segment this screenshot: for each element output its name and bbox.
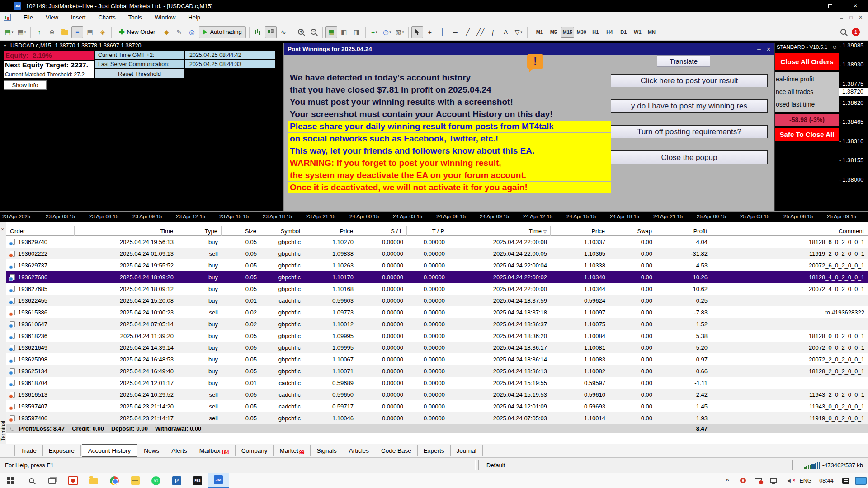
text-label-icon[interactable]: A: [500, 26, 512, 38]
table-row[interactable]: 1936297372025.04.24 19:55:52buy0.05gbpch…: [6, 259, 868, 271]
column-header-swap[interactable]: Swap: [609, 226, 656, 236]
column-header-order[interactable]: Order: [6, 226, 75, 236]
status-profile[interactable]: Default: [478, 460, 789, 470]
network-display-button[interactable]: [766, 473, 781, 488]
tab-code-base[interactable]: Code Base: [375, 445, 418, 456]
start-button[interactable]: [0, 473, 21, 488]
timeframe-h1[interactable]: H1: [589, 27, 602, 38]
menu-item-window[interactable]: Window: [148, 12, 182, 23]
column-header-t-p[interactable]: T / P: [407, 226, 448, 236]
scripts-icon[interactable]: ✎: [173, 26, 185, 38]
close-all-orders-button[interactable]: Close All Orders: [775, 53, 839, 70]
menu-item-file[interactable]: File: [17, 12, 39, 23]
tab-mailbox[interactable]: Mailbox184: [193, 445, 236, 456]
chart-shift-icon[interactable]: ◨: [351, 26, 363, 38]
tile-windows-icon[interactable]: ▦: [326, 26, 337, 38]
column-header-symbol[interactable]: Symbol: [260, 226, 304, 236]
column-header-comment[interactable]: Comment: [711, 226, 868, 236]
table-row[interactable]: 1936224552025.04.24 15:20:08buy0.01cadch…: [6, 295, 868, 306]
autotrading-button[interactable]: AutoTrading: [199, 26, 245, 38]
show-desktop-button[interactable]: [854, 473, 868, 488]
child-restore-icon[interactable]: □: [846, 13, 856, 22]
column-header-time[interactable]: Time: [75, 226, 177, 236]
task-view-button[interactable]: [42, 473, 62, 488]
window-restore-icon[interactable]: ↑: [33, 26, 45, 38]
candlestick-chart-icon[interactable]: [265, 26, 277, 38]
close-icon[interactable]: ✕: [843, 0, 868, 12]
language-indicator[interactable]: ENG: [797, 473, 815, 488]
why-post-button[interactable]: y do I have to post my winning res: [611, 99, 768, 113]
fibonacci-icon[interactable]: ƒ: [487, 26, 499, 38]
notifications-icon[interactable]: 1: [850, 26, 862, 38]
table-row[interactable]: 1936276862025.04.24 18:09:20buy0.05gbpch…: [6, 271, 868, 283]
menu-item-insert[interactable]: Insert: [65, 12, 92, 23]
tab-market[interactable]: Market99: [274, 445, 311, 456]
safe-to-close-button[interactable]: Safe To Close All: [775, 128, 839, 141]
tray-red-app-button[interactable]: [735, 473, 750, 488]
arrow-styles-icon[interactable]: ▽▾: [513, 26, 524, 38]
search-button[interactable]: [21, 473, 42, 488]
taskbar-app-screen-recorder[interactable]: [62, 473, 83, 488]
channel-icon[interactable]: ╱╱: [475, 26, 486, 38]
new-order-button[interactable]: ✚New Order: [115, 26, 159, 38]
table-row[interactable]: 1936297402025.04.24 19:56:13buy0.05gbpch…: [6, 236, 868, 248]
table-row[interactable]: 1936182362025.04.24 11:39:20buy0.05gbpch…: [6, 330, 868, 342]
crosshair-target-icon[interactable]: ⊕: [46, 26, 58, 38]
tab-trade[interactable]: Trade: [14, 445, 43, 456]
horizontal-line-icon[interactable]: ─: [449, 26, 461, 38]
table-row[interactable]: 1935974072025.04.23 21:14:20sell0.05cadc…: [6, 400, 868, 412]
indicators-icon[interactable]: +▾: [368, 26, 380, 38]
taskbar-app-fbs[interactable]: FBS: [187, 473, 208, 488]
expert-advisors-icon[interactable]: ◆: [160, 26, 172, 38]
reset-threshold-button[interactable]: Reset Threshold: [95, 69, 184, 78]
crosshair-icon[interactable]: +: [424, 26, 436, 38]
table-row[interactable]: 1936250982025.04.24 16:48:53buy0.05gbpch…: [6, 353, 868, 365]
timeframe-w1[interactable]: W1: [631, 27, 644, 38]
restore-icon[interactable]: [817, 0, 843, 12]
bar-chart-icon[interactable]: [252, 26, 264, 38]
optimization-icon[interactable]: ◎: [186, 26, 198, 38]
navigator-icon[interactable]: ◈: [97, 26, 108, 38]
tab-experts[interactable]: Experts: [418, 445, 451, 456]
table-row[interactable]: 1936106472025.04.24 07:05:14buy0.02gbpch…: [6, 318, 868, 330]
tab-exposure[interactable]: Exposure: [43, 445, 81, 456]
tab-company[interactable]: Company: [236, 445, 274, 456]
clock[interactable]: 08:44: [815, 473, 838, 488]
new-chart-icon[interactable]: ▤▾: [3, 26, 15, 38]
popup-close-icon[interactable]: ✕: [764, 46, 773, 53]
taskbar-app-powerpoint[interactable]: P: [166, 473, 187, 488]
volume-muted-button[interactable]: ◄: [781, 473, 797, 488]
templates-icon[interactable]: ▧▾: [394, 26, 406, 38]
taskbar-app-whatsapp[interactable]: ✆: [146, 473, 166, 488]
menu-item-help[interactable]: Help: [182, 12, 207, 23]
market-watch-icon[interactable]: ≡: [71, 26, 83, 38]
minimize-icon[interactable]: ─: [792, 0, 817, 12]
action-center-button[interactable]: [838, 473, 854, 488]
column-header-s-l[interactable]: S / L: [357, 226, 407, 236]
favorites-folder-icon[interactable]: [59, 26, 71, 38]
zoom-out-icon[interactable]: −: [308, 26, 320, 38]
table-row[interactable]: 1935974062025.04.23 21:14:17sell0.05gbpc…: [6, 412, 868, 424]
taskbar-app-file-explorer[interactable]: [83, 473, 104, 488]
column-header-type[interactable]: Type: [177, 226, 222, 236]
table-row[interactable]: 1936276852025.04.24 18:09:12buy0.05gbpch…: [6, 283, 868, 295]
taskbar-app-justmarkets[interactable]: JM: [208, 473, 229, 488]
table-row[interactable]: 1936022222025.04.24 01:09:13sell0.05gbpc…: [6, 248, 868, 259]
tab-journal[interactable]: Journal: [451, 445, 483, 456]
data-window-icon[interactable]: ▤: [84, 26, 96, 38]
post-result-button[interactable]: Click here to post your result: [611, 74, 768, 87]
column-header-time[interactable]: Time▽: [448, 226, 551, 236]
table-row[interactable]: 1936187042025.04.24 12:01:17buy0.01cadch…: [6, 377, 868, 389]
column-header-price[interactable]: Price: [304, 226, 357, 236]
table-row[interactable]: 1936251342025.04.24 16:49:40buy0.05gbpch…: [6, 365, 868, 377]
tab-signals[interactable]: Signals: [311, 445, 343, 456]
close-popup-button[interactable]: Close the popup: [611, 150, 768, 164]
tab-articles[interactable]: Articles: [343, 445, 375, 456]
child-close-icon[interactable]: ✕: [856, 13, 865, 22]
tray-expand-button[interactable]: ^: [720, 473, 735, 488]
table-row[interactable]: 1936153862025.04.24 10:00:23sell0.02gbpc…: [6, 306, 868, 318]
profiles-icon[interactable]: ▦▾: [16, 26, 28, 38]
periods-icon[interactable]: ◷▾: [381, 26, 393, 38]
cursor-icon[interactable]: [411, 26, 423, 38]
zoom-in-icon[interactable]: +: [295, 26, 307, 38]
